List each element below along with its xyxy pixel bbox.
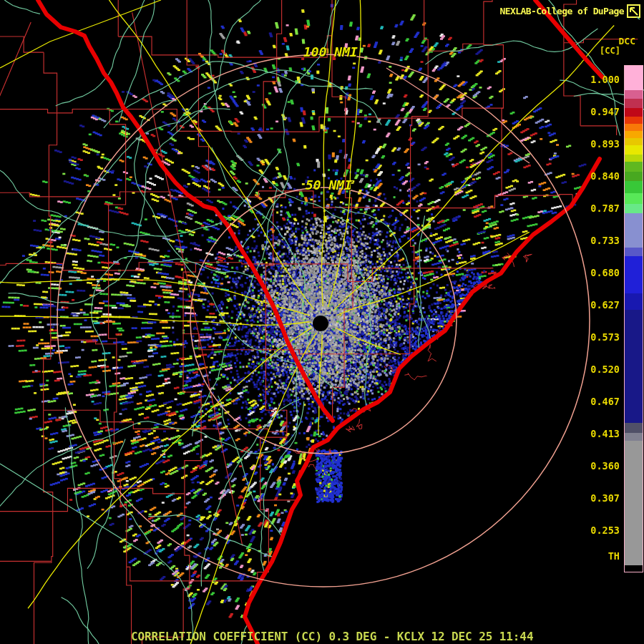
colorbar-segment bbox=[625, 131, 643, 138]
colorbar-tick-label: 0.947 bbox=[550, 106, 620, 117]
colorbar-segment bbox=[625, 204, 643, 213]
radar-display: NEXLAB-College of DuPage DCC [CC] 1.0000… bbox=[0, 0, 644, 644]
colorbar-tick-label: TH bbox=[550, 550, 620, 562]
colorbar-tick-label: 0.573 bbox=[550, 331, 620, 343]
colorbar-segment bbox=[625, 124, 643, 131]
colorbar-segment bbox=[625, 145, 643, 155]
colorbar-segment bbox=[625, 248, 643, 256]
colorbar-tick-label: 0.733 bbox=[550, 235, 620, 246]
colorbar-tick-label: 0.467 bbox=[550, 396, 620, 407]
colorbar-segment bbox=[625, 99, 643, 108]
colorbar-tick-label: 0.307 bbox=[550, 492, 620, 504]
colorbar-tick-label: 0.253 bbox=[550, 525, 620, 536]
colorbar-segment bbox=[625, 66, 643, 90]
colorbar-tick-label: 0.680 bbox=[550, 267, 620, 278]
colorbar-segment bbox=[625, 90, 643, 99]
colorbar-segment bbox=[625, 213, 643, 248]
colorbar-tick-label: 0.840 bbox=[550, 170, 620, 182]
colorbar-segment bbox=[625, 138, 643, 145]
colorbar-segment bbox=[625, 433, 643, 441]
colorbar-tick-label: 0.627 bbox=[550, 299, 620, 311]
colorbar-tick-label: 0.520 bbox=[550, 364, 620, 375]
radar-map-canvas bbox=[0, 0, 644, 644]
colorbar-segment bbox=[625, 117, 643, 124]
colorbar-segment bbox=[625, 193, 643, 204]
colorbar-segment bbox=[625, 155, 643, 162]
colorbar-segment bbox=[625, 293, 643, 310]
colorbar-segment bbox=[625, 162, 643, 172]
colorbar-segment bbox=[625, 565, 643, 572]
colorbar-segment bbox=[625, 423, 643, 433]
colorbar-tick-label: 0.787 bbox=[550, 203, 620, 214]
colorbar-tick-label: 0.893 bbox=[550, 138, 620, 150]
colorbar-segment bbox=[625, 108, 643, 117]
colorbar-segment bbox=[625, 310, 643, 423]
colorbar-segment bbox=[625, 181, 643, 193]
nexlab-logo-icon bbox=[625, 3, 643, 20]
colorbar-tick-label: 0.360 bbox=[550, 460, 620, 472]
colorbar-tick-label: 0.413 bbox=[550, 428, 620, 439]
colorbar-segment bbox=[625, 256, 643, 293]
colorbar-segment bbox=[625, 441, 643, 565]
colorbar-tick-label: 1.000 bbox=[550, 74, 620, 85]
colorbar-segment bbox=[625, 172, 643, 181]
colorbar bbox=[624, 65, 643, 572]
